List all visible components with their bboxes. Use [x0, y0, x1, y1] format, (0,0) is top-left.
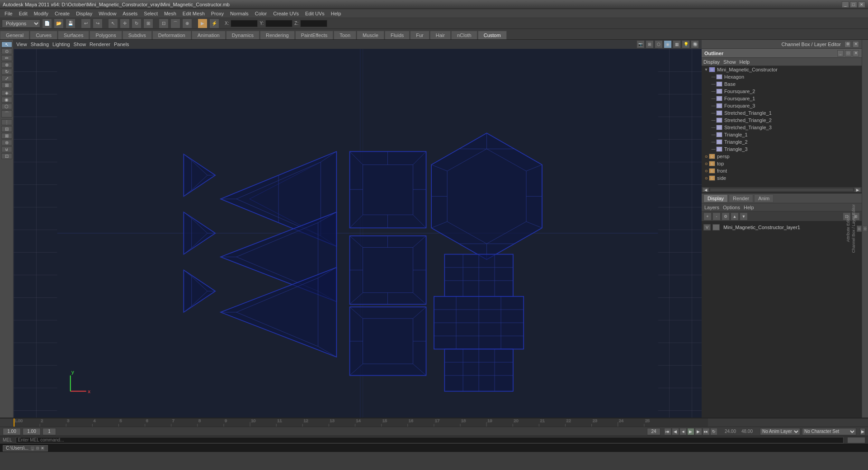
rotate-tool-button[interactable]: ↻ [132, 19, 142, 28]
layer-tab-display[interactable]: Display [703, 194, 728, 202]
outliner-item-foursquare1[interactable]: — M Foursquare_1 [702, 95, 862, 102]
outliner-item-top[interactable]: ⊙ C top [702, 160, 862, 167]
menu-create[interactable]: Create [52, 10, 72, 17]
tab-animation[interactable]: Animation [192, 31, 226, 39]
outliner-content[interactable]: ▼ G Mini_Magnetic_Constructor — M Hexago… [702, 66, 862, 187]
open-scene-button[interactable]: 📂 [54, 19, 64, 28]
timeline-ruler[interactable]: 1.00 2 3 4 5 6 7 8 9 10 11 [14, 418, 708, 427]
anim-layer-dropdown[interactable]: No Anim Layer [760, 428, 800, 435]
maximize-button[interactable]: □ [850, 1, 857, 8]
help-menu[interactable]: Help [744, 205, 754, 210]
transport-extra-button[interactable]: ▶ [860, 428, 865, 435]
menu-edit-mesh[interactable]: Edit Mesh [180, 10, 208, 17]
rotate-button[interactable]: ↻ [1, 69, 12, 75]
tab-fur[interactable]: Fur [410, 31, 429, 39]
delete-layer-button[interactable]: - [712, 212, 721, 221]
scroll-right[interactable]: ▶ [854, 188, 861, 192]
new-scene-button[interactable]: 📄 [42, 19, 52, 28]
range-start-input[interactable] [3, 428, 21, 435]
outliner-item-foursquare3[interactable]: — M Foursquare_3 [702, 102, 862, 109]
layer-entry-1[interactable]: V Mini_Magnetic_Constructor_layer1 [703, 223, 860, 231]
universal-manip-button[interactable]: ⊞ [1, 82, 12, 88]
vp-menu-show[interactable]: Show [74, 42, 86, 47]
go-to-start-button[interactable]: ⏮ [664, 428, 671, 435]
viewport[interactable]: View Shading Lighting Show Renderer Pane… [14, 40, 702, 418]
sculpt-button[interactable]: ◈ [1, 90, 12, 96]
channel-box-settings-button[interactable]: ⚙ [844, 41, 851, 47]
menu-file[interactable]: File [2, 10, 15, 17]
outliner-item-foursquare2[interactable]: — M Foursquare_2 [702, 88, 862, 95]
outliner-item-persp[interactable]: ⊙ C persp [702, 153, 862, 160]
menu-display[interactable]: Display [73, 10, 95, 17]
layer-move-up-button[interactable]: ▲ [731, 212, 739, 221]
outliner-item-side[interactable]: ⊙ C side [702, 174, 862, 182]
redo-button[interactable]: ↪ [93, 19, 103, 28]
layers-menu[interactable]: Layers [704, 205, 719, 210]
tab-dynamics[interactable]: Dynamics [226, 31, 259, 39]
vp-menu-lighting[interactable]: Lighting [52, 42, 70, 47]
command-input[interactable] [16, 437, 844, 443]
scroll-left[interactable]: ◀ [703, 188, 709, 192]
layer-color-swatch[interactable] [712, 224, 720, 230]
outliner-item-stretched2[interactable]: — M Stretched_Triangle_2 [702, 117, 862, 124]
tab-deformation[interactable]: Deformation [152, 31, 191, 39]
taskbar-min[interactable]: _ [30, 446, 35, 451]
tab-general[interactable]: General [0, 31, 29, 39]
vp-icon-camera[interactable]: 📷 [637, 40, 645, 48]
range-end-input[interactable] [23, 428, 41, 435]
vp-menu-shading[interactable]: Shading [31, 42, 49, 47]
close-button[interactable]: ✕ [858, 1, 865, 8]
attr-strip-button2[interactable]: ⊞ [857, 226, 862, 232]
tab-toon[interactable]: Toon [334, 31, 356, 39]
tab-curves[interactable]: Curves [30, 31, 57, 39]
playback-range-input[interactable] [647, 428, 660, 435]
menu-proxy[interactable]: Proxy [208, 10, 226, 17]
menu-mesh[interactable]: Mesh [161, 10, 179, 17]
snap-point-button[interactable]: ⊕ [182, 19, 192, 28]
lasso-select-button[interactable]: ⊙ [1, 48, 12, 54]
y-coord-input[interactable] [265, 20, 292, 27]
vp-icon-smooth[interactable]: ◉ [664, 40, 672, 48]
ipr-render-button[interactable]: ⚡ [209, 19, 219, 28]
artisan-button[interactable]: ⊎ [1, 146, 12, 152]
vp-menu-view[interactable]: View [16, 42, 27, 47]
cluster-button[interactable]: ⬡ [1, 103, 12, 109]
outliner-item-root[interactable]: ▼ G Mini_Magnetic_Constructor [702, 66, 862, 73]
tab-subdivs[interactable]: Subdivs [123, 31, 152, 39]
show-manip-button[interactable]: ⋮ [1, 119, 12, 125]
menu-help[interactable]: Help [328, 10, 344, 17]
taskbar-close[interactable]: ✕ [40, 446, 45, 451]
play-back-button[interactable]: ◄ [679, 428, 687, 435]
outliner-item-triangle3[interactable]: — M Triangle_3 [702, 146, 862, 153]
select-mode-button[interactable]: ↖ [1, 42, 12, 47]
vp-menu-panels[interactable]: Panels [114, 42, 129, 47]
surface-origin-button[interactable]: ⊛ [1, 140, 12, 146]
undo-button[interactable]: ↩ [81, 19, 91, 28]
save-scene-button[interactable]: 💾 [66, 19, 75, 28]
wrap-button[interactable]: ⊠ [1, 133, 12, 139]
scale-button[interactable]: ⤢ [1, 75, 12, 81]
layer-settings-button[interactable]: ⚙ [722, 212, 730, 221]
outliner-menu-display[interactable]: Display [703, 59, 720, 65]
select-tool-button[interactable]: ↖ [108, 19, 118, 28]
menu-edit-uvs[interactable]: Edit UVs [302, 10, 327, 17]
move-tool-button[interactable]: ✛ [120, 19, 130, 28]
x-coord-input[interactable] [231, 20, 258, 27]
outliner-item-triangle2[interactable]: — M Triangle_2 [702, 138, 862, 146]
outliner-scrollbar[interactable]: ◀ ▶ [702, 187, 862, 193]
scale-tool-button[interactable]: ⊞ [143, 19, 153, 28]
lattice-button[interactable]: ⊟ [1, 126, 12, 132]
soft-mod-button[interactable]: ◉ [1, 97, 12, 103]
layer-move-down-button[interactable]: ▼ [740, 212, 748, 221]
outliner-item-front[interactable]: ⊙ C front [702, 167, 862, 174]
tab-hair[interactable]: Hair [430, 31, 451, 39]
vp-icon-lights[interactable]: 💡 [682, 40, 690, 48]
outliner-menu-help[interactable]: Help [740, 59, 750, 65]
menu-window[interactable]: Window [96, 10, 119, 17]
step-forward-button[interactable]: ▶ [695, 428, 702, 435]
scroll-track[interactable] [710, 188, 854, 192]
outliner-close-button[interactable]: ✕ [853, 50, 859, 56]
z-coord-input[interactable] [300, 20, 327, 27]
attr-strip-button1[interactable]: ⚙ [863, 226, 868, 232]
vp-icon-grid[interactable]: ⊞ [646, 40, 654, 48]
